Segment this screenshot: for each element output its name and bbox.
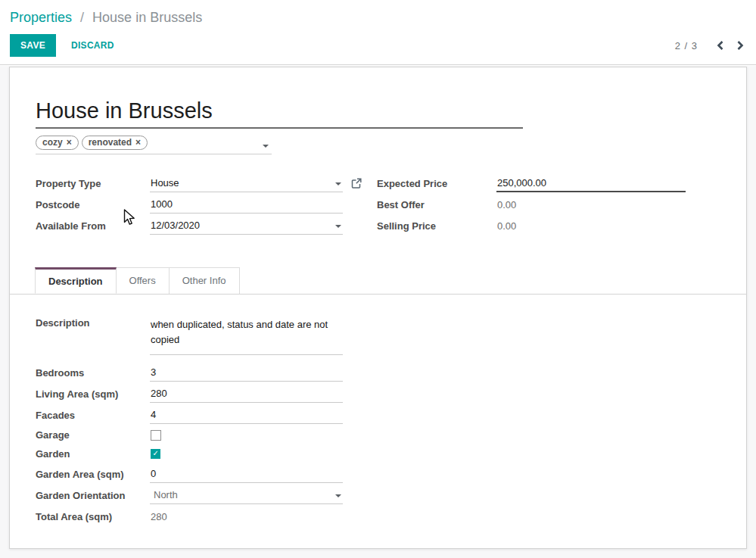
tag-renovated: renovated × <box>82 136 148 150</box>
field-row-expected-price: Expected Price 250,000.00 <box>377 173 686 194</box>
living-area-input[interactable]: 280 <box>150 385 343 403</box>
expected-price-value: 250,000.00 <box>497 177 546 189</box>
save-button[interactable]: SAVE <box>10 34 56 57</box>
bedrooms-label: Bedrooms <box>36 367 150 379</box>
postcode-label: Postcode <box>36 199 150 210</box>
pager-previous-button[interactable] <box>714 39 726 52</box>
available-from-value: 12/03/2020 <box>151 220 200 231</box>
best-offer-value: 0.00 <box>496 199 516 210</box>
description-textarea[interactable]: when duplicated, status and date are not… <box>150 315 343 355</box>
garden-checkbox[interactable] <box>151 449 160 459</box>
pager-value: 2 / 3 <box>675 40 698 51</box>
breadcrumb-properties-link[interactable]: Properties <box>10 10 72 25</box>
selling-price-label: Selling Price <box>377 220 496 232</box>
breadcrumb-separator: / <box>80 10 84 25</box>
facades-input[interactable]: 4 <box>150 407 343 424</box>
expected-price-input[interactable]: 250,000.00 <box>496 175 686 192</box>
tag-remove-icon[interactable]: × <box>67 138 72 147</box>
garage-checkbox[interactable] <box>151 430 161 441</box>
dropdown-caret-icon[interactable] <box>335 182 341 185</box>
property-type-input[interactable]: House <box>150 175 343 192</box>
field-row-garden-orientation: Garden Orientation North <box>36 485 720 506</box>
property-name-input[interactable]: House in Brussels <box>36 98 523 123</box>
breadcrumb-current: House in Brussels <box>92 10 202 25</box>
property-type-label: Property Type <box>36 178 150 189</box>
garden-orientation-label: Garden Orientation <box>36 490 150 501</box>
garden-orientation-value: North <box>154 489 178 500</box>
description-label: Description <box>36 315 150 329</box>
odoo-form-view: Properties / House in Brussels SAVE DISC… <box>0 0 756 558</box>
available-from-label: Available From <box>36 220 150 232</box>
tags-dropdown-caret-icon[interactable] <box>263 145 269 148</box>
discard-button[interactable]: DISCARD <box>67 35 119 56</box>
field-group: Property Type House Postcode 1000 <box>36 173 720 242</box>
living-area-label: Living Area (sqm) <box>36 388 150 400</box>
bedrooms-input[interactable]: 3 <box>150 364 343 382</box>
total-area-label: Total Area (sqm) <box>36 511 150 522</box>
selling-price-value: 0.00 <box>496 220 516 232</box>
garden-orientation-select[interactable]: North <box>150 487 343 504</box>
field-row-selling-price: Selling Price 0.00 <box>377 215 686 236</box>
tab-description[interactable]: Description <box>35 267 117 294</box>
expected-price-label: Expected Price <box>377 178 496 189</box>
garage-label: Garage <box>36 429 150 441</box>
control-panel-buttons: SAVE DISCARD 2 / 3 <box>10 35 746 56</box>
tag-cozy: cozy × <box>36 136 79 150</box>
postcode-value: 1000 <box>151 198 173 210</box>
postcode-input[interactable]: 1000 <box>150 196 343 214</box>
total-area-value: 280 <box>150 511 167 522</box>
notebook-tabbar: Description Offers Other Info <box>10 267 746 295</box>
property-type-value: House <box>151 177 179 189</box>
field-row-garage: Garage <box>36 426 720 444</box>
pager: 2 / 3 <box>675 39 746 52</box>
tag-remove-icon[interactable]: × <box>135 138 141 147</box>
facades-label: Facades <box>36 410 150 421</box>
garden-area-label: Garden Area (sqm) <box>36 469 150 480</box>
field-row-description: Description when duplicated, status and … <box>36 315 720 355</box>
control-panel: Properties / House in Brussels SAVE DISC… <box>0 0 756 65</box>
breadcrumb: Properties / House in Brussels <box>10 10 202 26</box>
field-row-garden-area: Garden Area (sqm) 0 <box>36 463 720 485</box>
description-tab-panel: Description when duplicated, status and … <box>10 295 746 527</box>
title-field: House in Brussels <box>36 98 523 129</box>
form-sheet: House in Brussels cozy × renovated × Pro… <box>9 67 747 549</box>
field-row-bedrooms: Bedrooms 3 <box>36 362 720 383</box>
tags-field[interactable]: cozy × renovated × <box>36 136 272 154</box>
best-offer-label: Best Offer <box>377 199 496 210</box>
tab-other-info[interactable]: Other Info <box>170 267 240 294</box>
garden-label: Garden <box>36 448 150 460</box>
external-link-icon[interactable] <box>351 178 362 189</box>
available-from-date-input[interactable]: 12/03/2020 <box>150 217 343 235</box>
tag-label: renovated <box>89 137 132 148</box>
select-caret-icon[interactable] <box>335 494 341 497</box>
chevron-right-icon <box>736 40 745 51</box>
field-row-best-offer: Best Offer 0.00 <box>377 194 686 215</box>
chevron-left-icon <box>716 40 725 51</box>
tag-label: cozy <box>42 137 63 148</box>
tab-offers[interactable]: Offers <box>117 267 170 294</box>
datepicker-caret-icon[interactable] <box>335 225 341 228</box>
field-row-total-area: Total Area (sqm) 280 <box>36 506 720 527</box>
field-row-living-area: Living Area (sqm) 280 <box>36 383 720 404</box>
pager-next-button[interactable] <box>734 39 746 52</box>
field-row-facades: Facades 4 <box>36 404 720 426</box>
field-row-garden: Garden <box>36 444 720 463</box>
field-group-right: Expected Price 250,000.00 Best Offer 0.0… <box>377 173 686 236</box>
garden-area-input[interactable]: 0 <box>150 466 343 483</box>
